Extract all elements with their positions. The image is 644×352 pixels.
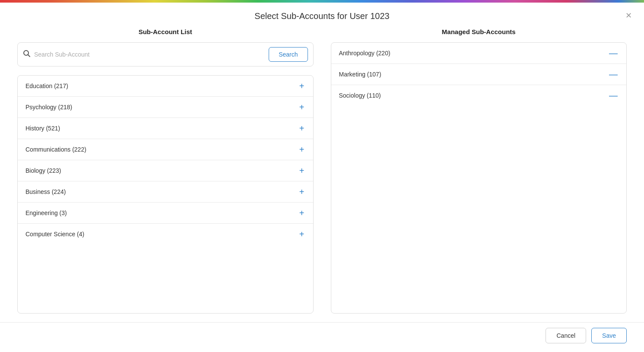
svg-line-1 <box>28 54 30 57</box>
list-item: Sociology (110) — <box>331 85 627 106</box>
list-item-label: History (521) <box>25 125 60 132</box>
modal-footer: Cancel Save <box>0 322 644 352</box>
search-button[interactable]: Search <box>269 47 308 62</box>
list-item: Psychology (218) + <box>18 97 313 118</box>
list-item: Biology (223) + <box>18 160 313 181</box>
modal-title: Select Sub-Accounts for User 1023 <box>254 11 389 21</box>
list-item: Engineering (3) + <box>18 203 313 224</box>
right-panel-header: Managed Sub-Accounts <box>331 28 627 35</box>
sub-account-list: Education (217) + Psychology (218) + His… <box>17 75 314 314</box>
left-panel: Sub-Account List Search Education (217) … <box>17 28 314 314</box>
add-item-button[interactable]: + <box>298 209 305 217</box>
left-panel-header: Sub-Account List <box>17 28 314 35</box>
list-item-label: Psychology (218) <box>25 104 72 111</box>
list-item-label: Business (224) <box>25 188 66 195</box>
list-item: Marketing (107) — <box>331 64 627 85</box>
add-item-button[interactable]: + <box>298 145 305 154</box>
add-item-button[interactable]: + <box>298 187 305 196</box>
list-item: Education (217) + <box>18 76 313 97</box>
add-item-button[interactable]: + <box>298 230 305 238</box>
remove-item-button[interactable]: — <box>608 91 619 100</box>
managed-sub-account-list: Anthropology (220) — Marketing (107) — S… <box>331 42 627 314</box>
list-item-label: Engineering (3) <box>25 209 67 216</box>
add-item-button[interactable]: + <box>298 166 305 175</box>
list-item: Communications (222) + <box>18 139 313 160</box>
search-input[interactable] <box>34 51 265 58</box>
modal: Select Sub-Accounts for User 1023 ✕ Sub-… <box>0 0 644 352</box>
add-item-button[interactable]: + <box>298 103 305 111</box>
list-item-label: Marketing (107) <box>339 71 381 78</box>
list-item: Business (224) + <box>18 181 313 203</box>
list-item: Anthropology (220) — <box>331 43 627 64</box>
list-item: History (521) + <box>18 118 313 139</box>
list-item-label: Sociology (110) <box>339 92 381 99</box>
list-item-label: Anthropology (220) <box>339 50 390 57</box>
list-item-label: Biology (223) <box>25 167 61 174</box>
list-item-label: Communications (222) <box>25 146 86 153</box>
right-panel: Managed Sub-Accounts Anthropology (220) … <box>331 28 627 314</box>
list-item-label: Education (217) <box>25 82 68 89</box>
add-item-button[interactable]: + <box>298 82 305 90</box>
modal-header: Select Sub-Accounts for User 1023 ✕ <box>0 3 644 28</box>
remove-item-button[interactable]: — <box>608 70 619 79</box>
modal-body: Sub-Account List Search Education (217) … <box>0 28 644 322</box>
search-icon <box>23 50 31 60</box>
list-item-label: Computer Science (4) <box>25 231 84 238</box>
list-item: Computer Science (4) + <box>18 224 313 244</box>
remove-item-button[interactable]: — <box>608 49 619 57</box>
add-item-button[interactable]: + <box>298 124 305 133</box>
close-button[interactable]: ✕ <box>624 10 634 21</box>
cancel-button[interactable]: Cancel <box>546 328 586 343</box>
search-box: Search <box>17 42 314 67</box>
save-button[interactable]: Save <box>591 328 627 343</box>
